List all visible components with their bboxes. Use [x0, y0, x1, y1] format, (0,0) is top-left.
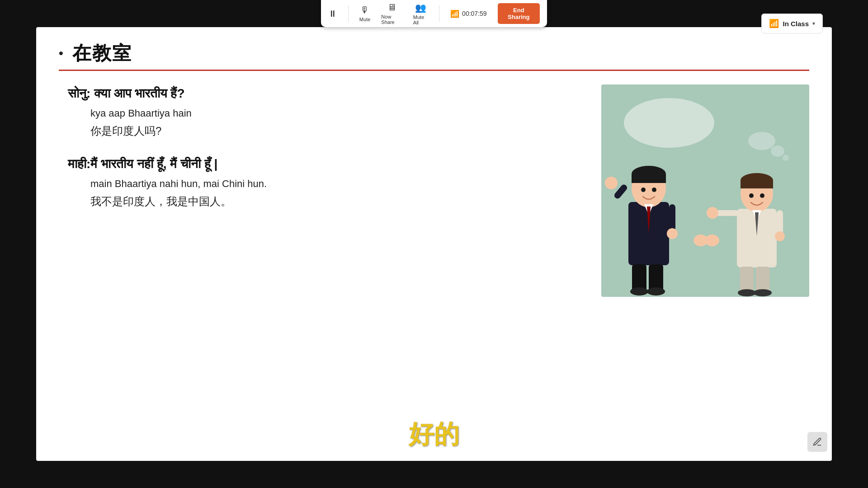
in-class-badge[interactable]: 📶 In Class ▾ [761, 14, 823, 33]
slide-area: • 在教室 सोनु: क्या आप भारतीय हैं? kya aap … [36, 27, 832, 461]
svg-point-34 [705, 235, 719, 246]
mute-all-label: Mute All [413, 14, 428, 25]
signal-bars-icon: 📶 [450, 9, 459, 18]
characters-svg [601, 143, 809, 297]
in-class-text: In Class [783, 20, 809, 28]
svg-point-14 [630, 287, 648, 296]
svg-rect-3 [632, 174, 666, 183]
svg-point-11 [667, 228, 678, 239]
now-share-button[interactable]: 🖥 Now Share [381, 2, 402, 25]
svg-rect-19 [741, 180, 773, 188]
svg-point-21 [760, 193, 764, 198]
share-screen-icon: 🖥 [387, 2, 396, 13]
slide-title: 在教室 [72, 41, 132, 66]
svg-rect-30 [756, 267, 769, 293]
mute-all-button[interactable]: 👥 Mute All [413, 2, 428, 25]
signal-icon: 📶 [769, 19, 779, 28]
dialogue-block-2: माही:मैं भारतीय नहीं हूँ, मैं चीनी हूँ |… [68, 155, 583, 209]
svg-point-31 [738, 289, 756, 296]
pencil-icon-button[interactable] [807, 432, 827, 452]
dialogue1-roman: kya aap Bhaartiya hain [90, 107, 583, 121]
subtitle-text: 好的 [409, 418, 459, 452]
toolbar-divider-2 [439, 5, 439, 22]
title-row: • 在教室 [59, 41, 809, 66]
bullet-point: • [59, 47, 63, 60]
timer-display: 📶 00:07:59 [450, 9, 487, 18]
share-label: Now Share [381, 14, 402, 25]
svg-point-20 [749, 193, 754, 198]
mute-all-icon: 👥 [415, 2, 426, 13]
svg-point-5 [652, 188, 656, 192]
svg-rect-10 [669, 204, 675, 231]
slide-body: सोनु: क्या आप भारतीय हैं? kya aap Bhaart… [59, 84, 809, 297]
pencil-icon [812, 437, 822, 447]
mute-label: Mute [359, 17, 370, 22]
svg-rect-27 [777, 210, 783, 235]
dialogue-block-1: सोनु: क्या आप भारतीय हैं? kya aap Bhaart… [68, 84, 583, 139]
title-underline [59, 70, 809, 71]
microphone-icon: 🎙 [360, 5, 369, 15]
speech-bubble-main [624, 98, 714, 148]
pause-button[interactable]: ⏸ [328, 9, 337, 19]
svg-point-32 [754, 289, 772, 296]
image-column [601, 84, 809, 297]
slide-content: • 在教室 सोनु: क्या आप भारतीय हैं? kya aap … [36, 27, 832, 461]
svg-rect-26 [707, 211, 715, 215]
toolbar-divider-1 [348, 5, 349, 22]
chevron-down-icon: ▾ [812, 20, 815, 27]
pause-icon: ⏸ [328, 9, 337, 19]
svg-point-28 [775, 231, 785, 241]
toolbar: ⏸ 🎙 Mute 🖥 Now Share 👥 Mute All 📶 00:07:… [321, 0, 547, 27]
dialogue1-hindi: सोनु: क्या आप भारतीय हैं? [68, 84, 583, 102]
mute-button[interactable]: 🎙 Mute [359, 5, 370, 22]
end-sharing-button[interactable]: End Sharing [498, 3, 540, 24]
text-column: सोनु: क्या आप भारतीय हैं? kya aap Bhaart… [59, 84, 583, 225]
svg-point-9 [605, 177, 618, 189]
dialogue2-roman: main Bhaartiya nahi hun, mai Chini hun. [90, 177, 583, 191]
dialogue1-chinese: 你是印度人吗? [90, 123, 583, 139]
dialogue2-chinese: 我不是印度人，我是中国人。 [90, 194, 583, 209]
svg-point-4 [641, 188, 646, 192]
svg-point-15 [647, 287, 665, 296]
illustration [601, 84, 809, 297]
timer-value: 00:07:59 [462, 10, 487, 17]
dialogue2-hindi: माही:मैं भारतीय नहीं हूँ, मैं चीनी हूँ | [68, 155, 583, 173]
svg-rect-29 [740, 267, 754, 293]
